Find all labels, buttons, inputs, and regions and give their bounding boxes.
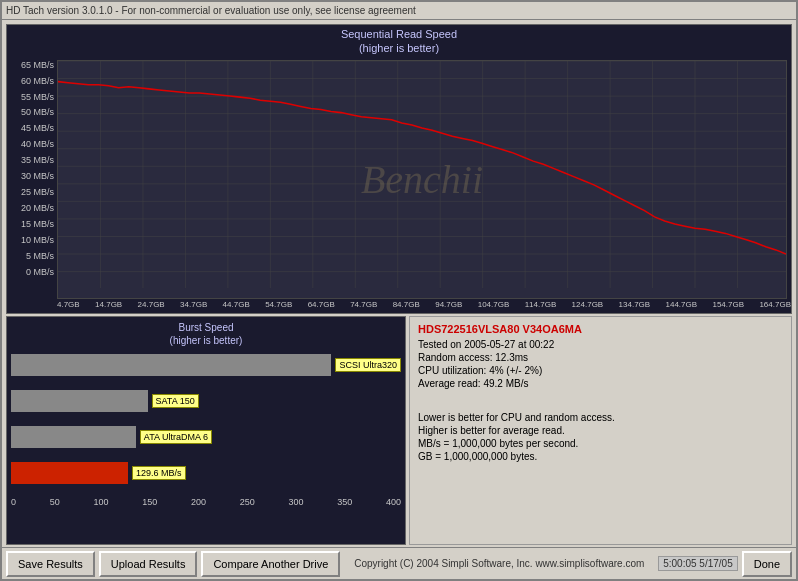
info-panel: HDS722516VLSA80 V34OA6MA Tested on 2005-… — [409, 316, 792, 545]
chart-plot-area: 0 MB/s 5 MB/s 10 MB/s 15 MB/s 20 MB/s 25… — [7, 58, 791, 299]
upload-results-button[interactable]: Upload Results — [99, 551, 198, 577]
bottom-section: Burst Speed (higher is better) SCSI Ultr… — [6, 316, 792, 545]
info-spacer — [418, 395, 783, 406]
bar-row-sata: SATA 150 — [11, 387, 401, 415]
bar-label-scsi: SCSI Ultra320 — [335, 358, 401, 372]
copyright-text: Copyright (C) 2004 Simpli Software, Inc.… — [344, 558, 654, 569]
info-note4: GB = 1,000,000,000 bytes. — [418, 451, 783, 462]
bar-label-result: 129.6 MB/s — [132, 466, 186, 480]
drive-name: HDS722516VLSA80 V34OA6MA — [418, 323, 783, 335]
chart-title: Sequential Read Speed (higher is better) — [7, 25, 791, 58]
save-results-button[interactable]: Save Results — [6, 551, 95, 577]
bar-row-result: 129.6 MB/s — [11, 459, 401, 487]
graph-canvas: Benchii — [57, 60, 787, 299]
bar-label-ata: ATA UltraDMA 6 — [140, 430, 212, 444]
chart-svg — [58, 61, 786, 298]
main-content: Sequential Read Speed (higher is better)… — [2, 20, 796, 579]
info-note1: Lower is better for CPU and random acces… — [418, 412, 783, 423]
info-note2: Higher is better for average read. — [418, 425, 783, 436]
y-axis: 0 MB/s 5 MB/s 10 MB/s 15 MB/s 20 MB/s 25… — [9, 58, 57, 279]
compare-another-drive-button[interactable]: Compare Another Drive — [201, 551, 340, 577]
info-tested-on: Tested on 2005-05-27 at 00:22 — [418, 339, 783, 350]
bar-result — [11, 462, 128, 484]
burst-x-axis: 0 50 100 150 200 250 300 350 400 — [11, 497, 401, 507]
x-axis: 4.7GB 14.7GB 24.7GB 34.7GB 44.7GB 54.7GB… — [7, 299, 791, 313]
burst-graph-area: SCSI Ultra320 SATA 150 ATA UltraDMA 6 — [11, 351, 401, 540]
burst-speed-chart: Burst Speed (higher is better) SCSI Ultr… — [6, 316, 406, 545]
bar-ata — [11, 426, 136, 448]
info-random-access: Random access: 12.3ms — [418, 352, 783, 363]
burst-chart-title: Burst Speed (higher is better) — [11, 321, 401, 347]
info-cpu-util: CPU utilization: 4% (+/- 2%) — [418, 365, 783, 376]
info-note3: MB/s = 1,000,000 bytes per second. — [418, 438, 783, 449]
bar-label-sata: SATA 150 — [152, 394, 199, 408]
bar-sata — [11, 390, 148, 412]
bar-row-ata: ATA UltraDMA 6 — [11, 423, 401, 451]
status-time: 5:00:05 5/17/05 — [658, 556, 738, 571]
main-window: HD Tach version 3.0.1.0 - For non-commer… — [0, 0, 798, 581]
done-button[interactable]: Done — [742, 551, 792, 577]
title-bar: HD Tach version 3.0.1.0 - For non-commer… — [2, 2, 796, 20]
info-avg-read: Average read: 49.2 MB/s — [418, 378, 783, 389]
status-bar: Save Results Upload Results Compare Anot… — [2, 547, 796, 579]
sequential-read-chart: Sequential Read Speed (higher is better)… — [6, 24, 792, 314]
bar-scsi — [11, 354, 331, 376]
title-text: HD Tach version 3.0.1.0 - For non-commer… — [6, 5, 416, 16]
bar-row-scsi: SCSI Ultra320 — [11, 351, 401, 379]
